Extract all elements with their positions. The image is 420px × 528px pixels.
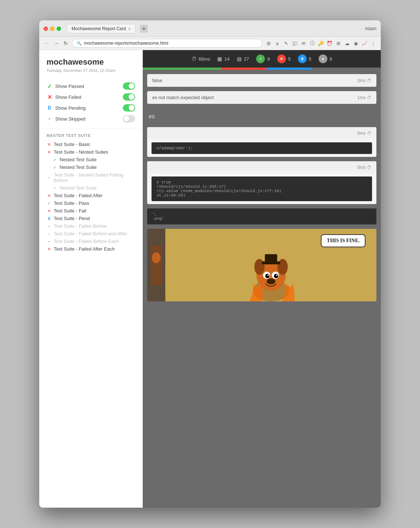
code-block-1: n/adamgruber'); (152, 142, 372, 154)
lastpass-icon[interactable]: 🔑 (318, 40, 324, 46)
suite-item-pend[interactable]: ⏸ Test Suite - Pend (47, 215, 135, 222)
mail-icon[interactable]: ✉ (300, 40, 307, 46)
amazon-icon[interactable]: a (274, 40, 280, 46)
suite-icon-nested-2: ✓ (52, 165, 57, 170)
svg-point-6 (254, 259, 264, 275)
svg-point-7 (278, 259, 288, 275)
passed-toggle-thumb (129, 83, 134, 89)
tab-close-icon[interactable]: ✕ (128, 27, 131, 31)
suite-item-fail[interactable]: ✕ Test Suite - Fail (47, 207, 135, 215)
address-text: mochawesome-reports/mochawesome.html (84, 41, 168, 46)
suite-item-failed-before-each[interactable]: ▪ Test Suite - Failed Before Each (47, 237, 135, 245)
toolbar-icons: ⊞ a ✎ 📰 ✉ ⓘ 🔑 ⏰ ⊞ ☁ ◉ 📈 ⋮ (265, 40, 376, 46)
pending-value: 5 (309, 56, 311, 62)
suite-item-failed-before-after[interactable]: ▪ Test Suite - Failed Before and After (47, 230, 135, 237)
filter-show-passed[interactable]: ✓ Show Passed (47, 81, 135, 92)
suite-item-nested-suites[interactable]: ✕ Test Suite - Nested Suites (47, 148, 135, 156)
skipped-value: 8 (330, 56, 332, 62)
result-card-2-header: es not match expected object 1ms ⏱ (147, 91, 376, 104)
suite-label-nested-3: Nested Test Suite (60, 185, 97, 191)
stats-icon[interactable]: 📈 (361, 40, 368, 46)
svg-point-10 (265, 274, 270, 278)
suite-icon-nested-3: ▪ (52, 186, 57, 191)
failed-toggle[interactable] (123, 93, 135, 101)
suite-label-failed-before-each: Test Suite - Failed Before Each (54, 239, 119, 244)
suite-label-failed-after: Test Suite - Failed After (54, 193, 102, 198)
skipped-toggle[interactable] (123, 115, 135, 122)
minimize-button[interactable] (50, 27, 54, 31)
stat-pending: ⏸ 5 (298, 54, 311, 63)
result-card-4-header: 0ms ⏱ (147, 161, 376, 174)
close-button[interactable] (44, 27, 48, 31)
bookmarks-icon[interactable]: ⊞ (265, 40, 272, 46)
circle-icon[interactable]: ◉ (352, 40, 359, 46)
result-card-1-text: false (152, 78, 162, 83)
result-card-4: 0ms ⏱ e true /should/cjs/should.js:205:1… (147, 161, 376, 204)
traffic-lights (44, 27, 61, 31)
suite-item-pass[interactable]: ✓ Test Suite - Pass (47, 199, 135, 207)
progress-pending (267, 68, 312, 70)
failed-toggle-track (123, 93, 135, 101)
pen-icon[interactable]: ✎ (283, 40, 289, 46)
maximize-button[interactable] (57, 27, 61, 31)
meme-image: THIS IS FINE. (147, 229, 376, 301)
failed-toggle-thumb (129, 94, 134, 100)
suite-label-nested-2: Nested Test Suite (60, 165, 97, 170)
browser-tab[interactable]: Mochawesome Report Card ✕ (67, 24, 136, 33)
suite-item-nested-2[interactable]: ✓ Nested Test Suite (47, 163, 135, 171)
suite-label-nested-1: Nested Test Suite (60, 157, 97, 162)
forward-button[interactable]: → (53, 40, 60, 46)
result-card-1-header: false 3ms ⏱ (147, 74, 376, 87)
browser-toolbar: ← → ↻ 🔍 mochawesome-reports/mochawesome.… (39, 37, 381, 50)
clock-icon[interactable]: ⏰ (326, 40, 333, 46)
app-container: mochawesome Tuesday, December 27 2016, 1… (39, 50, 381, 508)
result-card-4-duration: 0ms ⏱ (357, 165, 371, 170)
suite-icon-pass: ✓ (47, 201, 52, 206)
filter-show-skipped[interactable]: ▪ Show Skipped (47, 113, 135, 124)
suite-item-failed-after[interactable]: ✕ Test Suite - Failed After (47, 192, 135, 199)
suite-item-nested-1[interactable]: ✓ Nested Test Suite (47, 156, 135, 163)
pending-badge: ⏸ (298, 54, 307, 63)
info-icon[interactable]: ⓘ (309, 40, 315, 46)
passed-toggle[interactable] (123, 82, 135, 90)
filter-show-pending[interactable]: ⏸ Show Pending (47, 102, 135, 113)
reload-button[interactable]: ↻ (62, 40, 69, 46)
suite-item-failed-before[interactable]: ▪ Test Suite - Failed Before (47, 222, 135, 230)
more-icon[interactable]: ⋮ (370, 40, 376, 46)
grid-icon[interactable]: ⊞ (335, 40, 342, 46)
suite-label-failed-after-each: Test Suite - Failed After Each (54, 246, 115, 252)
pending-filter-icon: ⏸ (47, 105, 52, 111)
suite-item-failed-after-each[interactable]: ✕ Test Suite - Failed After Each (47, 245, 135, 253)
tests-icon: ▤ (237, 56, 242, 62)
duration-value: 66ms (199, 56, 210, 62)
address-bar[interactable]: 🔍 mochawesome-reports/mochawesome.html (72, 39, 262, 48)
svg-point-13 (276, 275, 278, 276)
suite-tree: Master Test Suite ✕ Test Suite - Basic ✕… (39, 129, 142, 257)
skipped-filter-icon: ▪ (47, 115, 52, 122)
cloud-icon[interactable]: ☁ (344, 40, 350, 46)
passed-value: 9 (267, 56, 270, 62)
stat-skipped: ● 8 (319, 54, 332, 63)
timer-small-icon: ⏱ (367, 78, 371, 83)
svg-point-3 (152, 252, 161, 263)
report-date: Tuesday, December 27 2016, 12:22am (47, 68, 135, 73)
back-button[interactable]: ← (44, 40, 50, 46)
new-tab-button[interactable] (140, 25, 148, 33)
timer-small-icon-2: ⏱ (367, 95, 371, 100)
failed-value: 5 (288, 56, 291, 62)
progress-bar (143, 68, 381, 70)
suite-item-nested-failing-before[interactable]: ▪ Test Suite - Nested Suites Failing Bef… (47, 171, 135, 184)
filter-section: ✓ Show Passed ✕ Show Failed (39, 76, 142, 129)
svg-point-11 (274, 274, 278, 278)
news-icon[interactable]: 📰 (291, 40, 298, 46)
suite-item-basic[interactable]: ✕ Test Suite - Basic (47, 141, 135, 148)
filter-show-failed[interactable]: ✕ Show Failed (47, 92, 135, 102)
result-card-3-header: 0ms ⏱ (147, 127, 376, 139)
suite-item-nested-3[interactable]: ▪ Nested Test Suite (47, 184, 135, 192)
pending-toggle[interactable] (123, 104, 135, 111)
suite-icon-failed-before-each: ▪ (47, 239, 52, 244)
app-title: mochawesome (47, 57, 135, 67)
passed-badge: ✓ (256, 54, 265, 63)
meme-right-panel: THIS IS FINE. (165, 229, 376, 301)
suite-icon-failed-before: ▪ (47, 224, 52, 229)
